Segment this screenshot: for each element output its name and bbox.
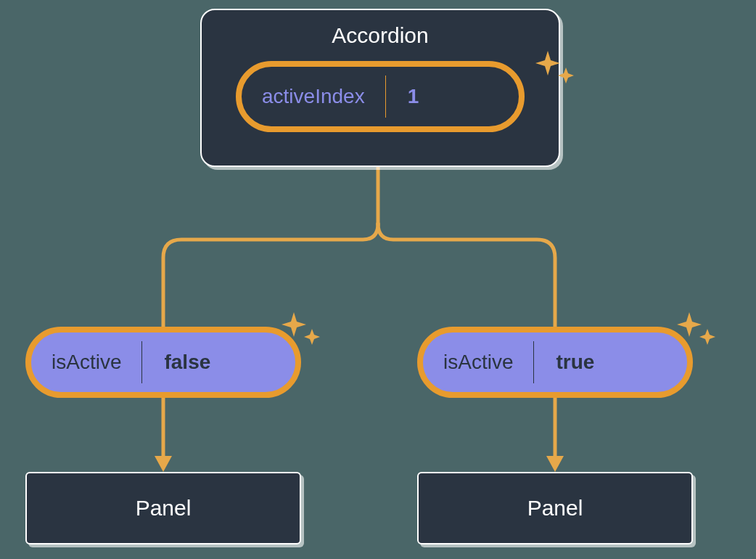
panel-component-box-left: Panel bbox=[25, 472, 301, 544]
accordion-component-box: Accordion activeIndex 1 bbox=[200, 9, 560, 167]
svg-marker-0 bbox=[155, 456, 172, 472]
panel-prop-pill-left: isActive false bbox=[25, 327, 301, 398]
state-value: 1 bbox=[385, 76, 441, 117]
panel-prop-pill-right: isActive true bbox=[417, 327, 693, 398]
panel-label: Panel bbox=[136, 496, 192, 521]
accordion-title: Accordion bbox=[202, 23, 559, 48]
state-diagram: Accordion activeIndex 1 isActive false i… bbox=[0, 0, 756, 559]
accordion-state-pill: activeIndex 1 bbox=[236, 61, 525, 132]
sparkle-icon bbox=[279, 309, 330, 359]
sparkle-icon bbox=[675, 309, 726, 359]
prop-value: false bbox=[141, 341, 232, 383]
svg-marker-1 bbox=[546, 456, 564, 472]
prop-value: true bbox=[533, 341, 616, 383]
prop-label: isActive bbox=[423, 351, 533, 374]
state-label: activeIndex bbox=[242, 85, 385, 108]
panel-component-box-right: Panel bbox=[417, 472, 693, 544]
panel-label: Panel bbox=[527, 496, 583, 521]
prop-label: isActive bbox=[31, 351, 141, 374]
sparkle-icon bbox=[533, 47, 584, 98]
